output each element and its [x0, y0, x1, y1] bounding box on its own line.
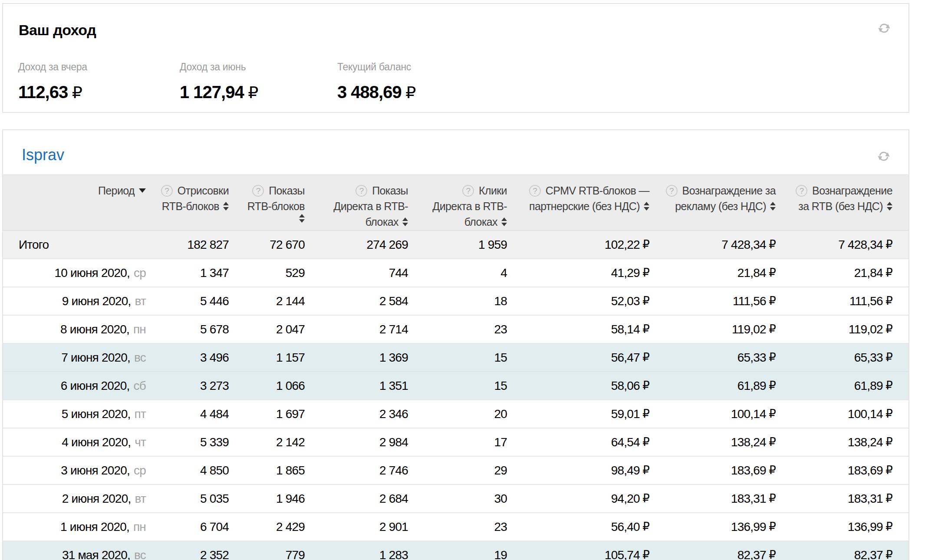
- value-cell: 58,14 ₽: [524, 316, 667, 343]
- weekday-label: чт: [135, 435, 146, 449]
- ruble-sign: ₽: [883, 464, 892, 477]
- refresh-icon[interactable]: [877, 150, 890, 163]
- column-header-cpmv[interactable]: ?CPMV RTB-блоков —партнерские (без НДС): [524, 174, 667, 230]
- ruble-sign: ₽: [640, 464, 649, 477]
- weekday-label: пн: [133, 323, 146, 336]
- value-cell: 3 496: [163, 344, 246, 371]
- date-label: 1 июня 2020,: [60, 520, 129, 534]
- period-cell: 8 июня 2020,пн: [3, 316, 163, 343]
- income-card: Ваш доход Доход за вчера112,63 ₽Доход за…: [2, 3, 909, 113]
- column-header-label: блоках: [464, 214, 497, 230]
- value-cell: 744: [322, 259, 425, 287]
- value-cell: 65,33 ₽: [793, 344, 908, 371]
- column-header-label: Вознаграждение: [812, 183, 892, 198]
- column-header-rtb-shows[interactable]: ?ПоказыRTB-блоков: [246, 174, 322, 230]
- value-cell: 138,24 ₽: [793, 428, 908, 456]
- header-line: блоках: [464, 214, 507, 230]
- value-cell: 30: [425, 485, 524, 512]
- report-title-link[interactable]: Isprav: [22, 146, 64, 164]
- table-header-row: Период?ОтрисовкиRTB-блоков?ПоказыRTB-бло…: [3, 174, 908, 230]
- value-cell: 1 347: [163, 259, 246, 287]
- period-cell: 6 июня 2020,сб: [3, 372, 163, 399]
- value-cell: 2 714: [322, 316, 425, 343]
- value-cell: 100,14 ₽: [667, 400, 793, 428]
- ruble-sign: ₽: [766, 351, 776, 364]
- column-header-label: Вознаграждение за: [682, 183, 776, 198]
- report-card: Isprav Период?ОтрисовкиRTB-блоков?Показы…: [2, 129, 909, 560]
- table-row: 6 июня 2020,сб3 2731 0661 3511558,06 ₽61…: [3, 371, 908, 399]
- column-header-label: блоках: [365, 214, 398, 230]
- value-cell: 3 273: [163, 372, 246, 399]
- help-icon[interactable]: ?: [355, 185, 367, 197]
- value-cell: 2 144: [246, 287, 322, 315]
- value-cell: 100,14 ₽: [793, 400, 908, 428]
- help-icon[interactable]: ?: [666, 185, 678, 197]
- header-line: ?Клики: [462, 183, 507, 198]
- value-cell: 58,06 ₽: [524, 372, 667, 399]
- value-cell: 15: [425, 344, 524, 371]
- help-icon[interactable]: ?: [161, 185, 173, 197]
- value-cell: 5 035: [163, 485, 246, 512]
- header-line: ?Отрисовки: [161, 183, 229, 198]
- total-value: 7 428,34 ₽: [793, 231, 908, 258]
- sort-icon: [223, 202, 229, 211]
- value-cell: 23: [425, 513, 524, 540]
- help-icon[interactable]: ?: [796, 185, 807, 197]
- ruble-sign: ₽: [640, 379, 649, 392]
- sort-icon: [887, 202, 892, 211]
- value-cell: 2 352: [163, 541, 246, 560]
- value-cell: 4 484: [163, 400, 246, 428]
- weekday-label: пт: [135, 407, 146, 421]
- help-icon[interactable]: ?: [252, 185, 264, 197]
- weekday-label: вт: [135, 492, 146, 506]
- column-header-label: за RTB (без НДС): [798, 198, 883, 214]
- value-cell: 65,33 ₽: [667, 344, 793, 371]
- weekday-label: вс: [134, 548, 146, 560]
- period-cell: 1 июня 2020,пн: [3, 513, 163, 540]
- column-header-ad-reward[interactable]: ?Вознаграждение зарекламу (без НДС): [667, 174, 793, 230]
- refresh-icon: [878, 22, 891, 35]
- value-cell: 183,69 ₽: [793, 457, 908, 484]
- sort-icon: [402, 217, 408, 226]
- table-row: 10 июня 2020,ср1 347529744441,29 ₽21,84 …: [3, 258, 908, 287]
- column-header-period[interactable]: Период: [3, 174, 163, 230]
- column-header-direct-clicks[interactable]: ?КликиДиректа в RTB-блоках: [425, 174, 524, 230]
- report-table: Период?ОтрисовкиRTB-блоков?ПоказыRTB-бло…: [3, 174, 908, 560]
- ruble-sign: ₽: [883, 379, 892, 392]
- column-header-direct-shows[interactable]: ?ПоказыДиректа в RTB-блоках: [322, 174, 425, 230]
- date-label: 10 июня 2020,: [54, 266, 130, 280]
- period-cell: 3 июня 2020,ср: [3, 457, 163, 484]
- help-icon[interactable]: ?: [462, 185, 474, 197]
- total-value: 102,22 ₽: [524, 231, 667, 258]
- date-label: 8 июня 2020,: [60, 323, 129, 336]
- weekday-label: вс: [134, 351, 146, 365]
- total-value: 72 670: [246, 231, 322, 258]
- header-line: ?Вознаграждение: [796, 183, 892, 198]
- refresh-icon[interactable]: [878, 22, 891, 35]
- date-label: 4 июня 2020,: [62, 435, 131, 449]
- column-header-label: Директа в RTB-: [333, 198, 408, 214]
- ruble-sign: ₽: [883, 435, 892, 449]
- ruble-sign: ₽: [402, 83, 416, 102]
- column-header-rtb-reward[interactable]: ?Вознаграждениеза RTB (без НДС): [793, 174, 908, 230]
- ruble-sign: ₽: [640, 407, 649, 421]
- ruble-sign: ₽: [883, 323, 892, 336]
- stat-1: Доход за июнь1 127,94 ₽: [180, 61, 258, 102]
- stat-value: 1 127,94 ₽: [180, 82, 258, 102]
- ruble-sign: ₽: [640, 323, 649, 336]
- value-cell: 136,99 ₽: [667, 513, 793, 540]
- weekday-label: ср: [134, 266, 146, 280]
- ruble-sign: ₽: [640, 294, 649, 308]
- value-cell: 119,02 ₽: [793, 316, 908, 343]
- value-cell: 4: [425, 259, 524, 287]
- ruble-sign: ₽: [883, 548, 892, 560]
- period-cell: 2 июня 2020,вт: [3, 485, 163, 512]
- help-icon[interactable]: ?: [529, 185, 541, 197]
- value-cell: 1 283: [322, 541, 425, 560]
- sort-icon: [644, 202, 649, 211]
- period-cell: 10 июня 2020,ср: [3, 259, 163, 287]
- value-cell: 2 584: [322, 287, 425, 315]
- value-cell: 6 704: [163, 513, 246, 540]
- column-header-rtb-renders[interactable]: ?ОтрисовкиRTB-блоков: [163, 174, 246, 230]
- stat-2: Текущий баланс3 488,69 ₽: [337, 61, 415, 102]
